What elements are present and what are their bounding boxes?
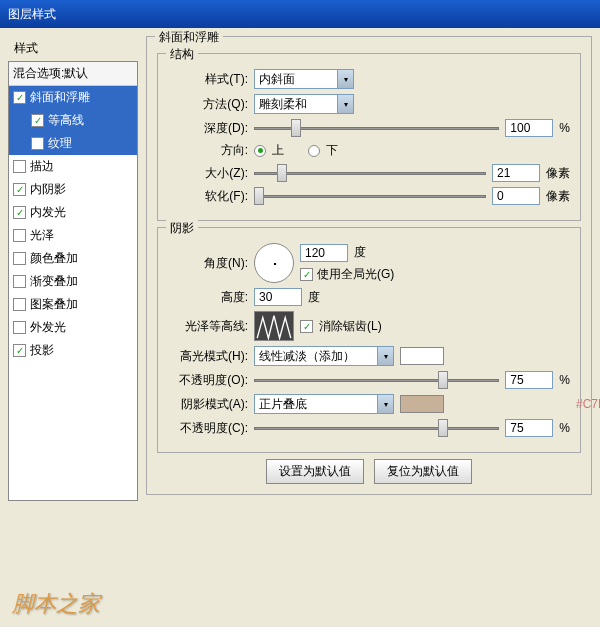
size-slider[interactable] — [254, 164, 486, 182]
style-label: 纹理 — [48, 135, 72, 152]
style-label: 等高线 — [48, 112, 84, 129]
method-select[interactable]: 雕刻柔和▾ — [254, 94, 354, 114]
method-label: 方法(Q): — [168, 96, 248, 113]
depth-unit: % — [559, 121, 570, 135]
style-checkbox[interactable] — [13, 298, 26, 311]
styles-header: 样式 — [8, 36, 138, 61]
style-select[interactable]: 内斜面▾ — [254, 69, 354, 89]
titlebar: 图层样式 — [0, 0, 600, 28]
depth-slider[interactable] — [254, 119, 499, 137]
size-label: 大小(Z): — [168, 165, 248, 182]
style-item-1[interactable]: ✓等高线 — [9, 109, 137, 132]
style-checkbox[interactable] — [13, 229, 26, 242]
style-checkbox[interactable] — [13, 160, 26, 173]
style-checkbox[interactable]: ✓ — [13, 206, 26, 219]
chevron-down-icon: ▾ — [337, 70, 353, 88]
soften-input[interactable] — [492, 187, 540, 205]
style-item-10[interactable]: 外发光 — [9, 316, 137, 339]
gloss-contour-picker[interactable] — [254, 311, 294, 341]
style-item-8[interactable]: 渐变叠加 — [9, 270, 137, 293]
style-checkbox[interactable] — [13, 252, 26, 265]
style-label: 图案叠加 — [30, 296, 78, 313]
style-checkbox[interactable] — [31, 137, 44, 150]
highlight-opacity-label: 不透明度(O): — [168, 372, 248, 389]
size-input[interactable] — [492, 164, 540, 182]
style-label: 外发光 — [30, 319, 66, 336]
shadow-opacity-input[interactable] — [505, 419, 553, 437]
window-title: 图层样式 — [8, 6, 56, 23]
style-item-4[interactable]: ✓内阴影 — [9, 178, 137, 201]
angle-input[interactable] — [300, 244, 348, 262]
shadow-mode-select[interactable]: 正片叠底▾ — [254, 394, 394, 414]
style-checkbox[interactable]: ✓ — [13, 344, 26, 357]
style-item-2[interactable]: 纹理 — [9, 132, 137, 155]
style-item-0[interactable]: ✓斜面和浮雕 — [9, 86, 137, 109]
shading-group: 阴影 角度(N): 度 ✓ 使用全局光(G) — [157, 227, 581, 453]
style-label: 颜色叠加 — [30, 250, 78, 267]
chevron-down-icon: ▾ — [337, 95, 353, 113]
global-light-label: 使用全局光(G) — [317, 266, 394, 283]
styles-panel: 样式 混合选项:默认 ✓斜面和浮雕✓等高线纹理描边✓内阴影✓内发光光泽颜色叠加渐… — [8, 36, 138, 501]
bevel-legend: 斜面和浮雕 — [155, 29, 223, 46]
style-label: 斜面和浮雕 — [30, 89, 90, 106]
altitude-input[interactable] — [254, 288, 302, 306]
highlight-opacity-input[interactable] — [505, 371, 553, 389]
shadow-opacity-slider[interactable] — [254, 419, 499, 437]
chevron-down-icon: ▾ — [377, 395, 393, 413]
make-default-button[interactable]: 设置为默认值 — [266, 459, 364, 484]
style-label: 描边 — [30, 158, 54, 175]
shadow-opacity-label: 不透明度(C): — [168, 420, 248, 437]
style-item-7[interactable]: 颜色叠加 — [9, 247, 137, 270]
angle-dial[interactable] — [254, 243, 294, 283]
style-checkbox[interactable] — [13, 321, 26, 334]
highlight-mode-label: 高光模式(H): — [168, 348, 248, 365]
angle-label: 角度(N): — [168, 255, 248, 272]
style-label: 投影 — [30, 342, 54, 359]
shadow-color-note: #C7B299 — [576, 397, 600, 411]
direction-down-radio[interactable] — [308, 145, 320, 157]
highlight-opacity-slider[interactable] — [254, 371, 499, 389]
global-light-checkbox[interactable]: ✓ — [300, 268, 313, 281]
style-checkbox[interactable]: ✓ — [31, 114, 44, 127]
style-label: 样式(T): — [168, 71, 248, 88]
style-item-5[interactable]: ✓内发光 — [9, 201, 137, 224]
structure-legend: 结构 — [166, 46, 198, 63]
style-item-11[interactable]: ✓投影 — [9, 339, 137, 362]
blending-options[interactable]: 混合选项:默认 — [9, 62, 137, 86]
antialias-label: 消除锯齿(L) — [319, 318, 382, 335]
reset-default-button[interactable]: 复位为默认值 — [374, 459, 472, 484]
antialias-checkbox[interactable]: ✓ — [300, 320, 313, 333]
depth-label: 深度(D): — [168, 120, 248, 137]
chevron-down-icon: ▾ — [377, 347, 393, 365]
highlight-mode-select[interactable]: 线性减淡（添加）▾ — [254, 346, 394, 366]
style-checkbox[interactable] — [13, 275, 26, 288]
highlight-color-swatch[interactable] — [400, 347, 444, 365]
styles-list: 混合选项:默认 ✓斜面和浮雕✓等高线纹理描边✓内阴影✓内发光光泽颜色叠加渐变叠加… — [8, 61, 138, 501]
altitude-label: 高度: — [168, 289, 248, 306]
soften-label: 软化(F): — [168, 188, 248, 205]
size-unit: 像素 — [546, 165, 570, 182]
shadow-color-swatch[interactable] — [400, 395, 444, 413]
style-label: 内发光 — [30, 204, 66, 221]
style-item-3[interactable]: 描边 — [9, 155, 137, 178]
gloss-contour-label: 光泽等高线: — [168, 318, 248, 335]
structure-group: 结构 样式(T): 内斜面▾ 方法(Q): 雕刻柔和▾ 深度(D): % 方向: — [157, 53, 581, 221]
style-label: 光泽 — [30, 227, 54, 244]
style-checkbox[interactable]: ✓ — [13, 183, 26, 196]
style-label: 渐变叠加 — [30, 273, 78, 290]
style-label: 内阴影 — [30, 181, 66, 198]
soften-unit: 像素 — [546, 188, 570, 205]
style-checkbox[interactable]: ✓ — [13, 91, 26, 104]
style-item-6[interactable]: 光泽 — [9, 224, 137, 247]
watermark: 脚本之家 — [12, 589, 100, 619]
style-item-9[interactable]: 图案叠加 — [9, 293, 137, 316]
shading-legend: 阴影 — [166, 220, 198, 237]
depth-input[interactable] — [505, 119, 553, 137]
bevel-group: 斜面和浮雕 结构 样式(T): 内斜面▾ 方法(Q): 雕刻柔和▾ 深度(D):… — [146, 36, 592, 495]
direction-up-radio[interactable] — [254, 145, 266, 157]
soften-slider[interactable] — [254, 187, 486, 205]
shadow-mode-label: 阴影模式(A): — [168, 396, 248, 413]
direction-label: 方向: — [168, 142, 248, 159]
